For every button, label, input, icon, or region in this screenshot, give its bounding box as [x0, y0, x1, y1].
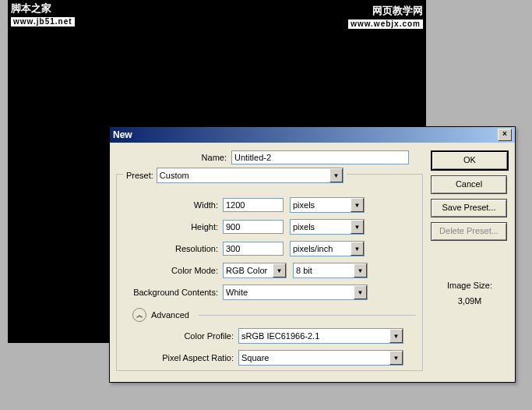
name-input[interactable] — [231, 150, 409, 164]
image-size-info: Image Size: 3,09M — [431, 278, 509, 309]
bit-depth-select[interactable]: 8 bit▼ — [293, 263, 368, 278]
close-icon[interactable]: × — [498, 129, 512, 141]
pixel-aspect-label: Pixel Aspect Ratio: — [123, 353, 238, 362]
bg-contents-select[interactable]: White▼ — [223, 285, 368, 300]
height-unit-select[interactable]: pixels▼ — [290, 219, 365, 235]
color-mode-select[interactable]: RGB Color▼ — [223, 263, 287, 278]
watermark-left: 脚本之家 www.jb51.net — [11, 2, 75, 27]
chevron-down-icon: ▼ — [351, 242, 364, 256]
resolution-input[interactable] — [223, 242, 284, 256]
advanced-label: Advanced — [151, 310, 189, 320]
width-unit-select[interactable]: pixels▼ — [290, 197, 365, 213]
color-mode-label: Color Mode: — [123, 266, 223, 275]
chevron-down-icon: ▼ — [354, 285, 367, 299]
ok-button[interactable]: OK — [431, 150, 509, 171]
chevron-down-icon: ▼ — [354, 263, 367, 277]
bg-contents-label: Background Contents: — [123, 288, 223, 297]
new-document-dialog: New × Name: Preset: Custom▼ Width: — [109, 126, 516, 383]
save-preset-button[interactable]: Save Preset... — [431, 199, 507, 217]
watermark-right: 网页教学网 www.webjx.com — [348, 5, 423, 29]
chevron-down-icon: ▼ — [351, 220, 364, 234]
resolution-label: Resolution: — [123, 244, 223, 253]
chevron-down-icon: ▼ — [273, 263, 286, 277]
color-profile-select[interactable]: sRGB IEC61966-2.1▼ — [238, 328, 403, 344]
chevron-down-icon: ▼ — [329, 168, 343, 182]
color-profile-label: Color Profile: — [123, 331, 238, 341]
height-input[interactable] — [223, 220, 284, 234]
chevron-down-icon: ▼ — [389, 329, 403, 343]
chevron-down-icon: ▼ — [389, 351, 403, 365]
dialog-title: New — [113, 127, 132, 143]
preset-group: Preset: Custom▼ Width: pixels▼ Height: — [116, 174, 423, 371]
preset-select[interactable]: Custom▼ — [157, 168, 344, 183]
chevron-down-icon: ▼ — [351, 198, 364, 212]
advanced-toggle[interactable]: ︽ — [132, 308, 146, 322]
width-label: Width: — [123, 200, 223, 210]
pixel-aspect-select[interactable]: Square▼ — [238, 350, 403, 366]
dialog-titlebar[interactable]: New × — [110, 127, 515, 143]
resolution-unit-select[interactable]: pixels/inch▼ — [290, 241, 365, 256]
cancel-button[interactable]: Cancel — [431, 175, 507, 194]
width-input[interactable] — [223, 198, 284, 212]
height-label: Height: — [123, 222, 223, 232]
delete-preset-button: Delete Preset... — [431, 222, 507, 241]
name-label: Name: — [116, 153, 231, 162]
preset-label: Preset: — [126, 171, 153, 180]
